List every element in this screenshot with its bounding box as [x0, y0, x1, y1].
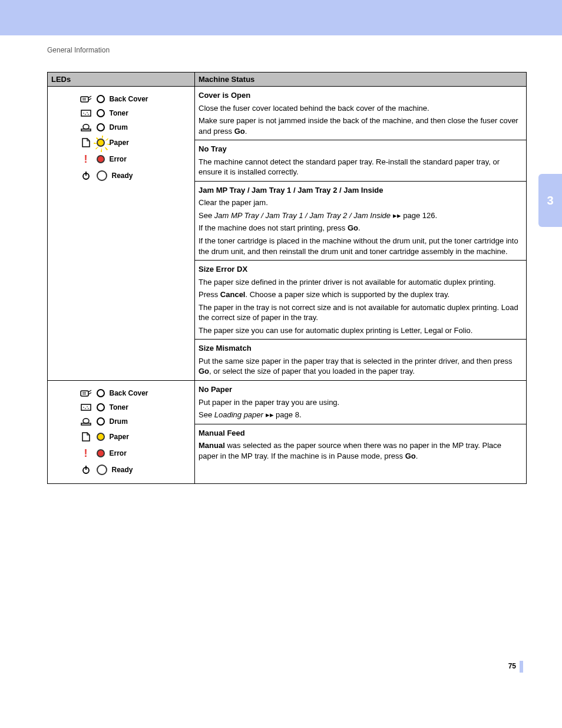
- section-header: General Information: [47, 46, 527, 54]
- led-label: Drum: [110, 124, 128, 131]
- led-label: Ready: [112, 466, 133, 474]
- led-label: Error: [110, 156, 127, 163]
- ready-icon: [80, 171, 92, 180]
- svg-point-7: [88, 114, 89, 115]
- toner-icon: [80, 403, 92, 411]
- led-paper-on: [97, 433, 105, 441]
- svg-rect-0: [81, 97, 88, 102]
- led-ready: [97, 465, 107, 475]
- paper-icon: [80, 137, 92, 148]
- led-label: Paper: [110, 139, 129, 147]
- paper-icon: [80, 431, 92, 442]
- status-size-mismatch: Size Mismatch Put the same size paper in…: [195, 339, 526, 380]
- led-label: Toner: [110, 110, 128, 117]
- back-cover-icon: [80, 95, 92, 103]
- led-back-cover: [97, 389, 105, 397]
- svg-point-18: [87, 406, 88, 407]
- led-paper-blinking: [97, 139, 105, 147]
- table-row: Back Cover Toner: [48, 381, 527, 484]
- status-manual-feed: Manual Feed Manual was selected as the p…: [195, 424, 526, 465]
- led-back-cover: [97, 95, 105, 103]
- ready-icon: [80, 465, 92, 475]
- svg-point-21: [83, 419, 89, 423]
- toner-icon: [80, 109, 92, 117]
- chapter-tab: 3: [538, 174, 562, 227]
- led-status-table: LEDs Machine Status Back Cover: [47, 72, 527, 484]
- top-bar: [0, 0, 562, 35]
- led-label: Paper: [110, 433, 129, 441]
- status-size-error-dx: Size Error DX The paper size defined in …: [195, 260, 526, 339]
- page-number: 75: [47, 661, 527, 673]
- svg-point-9: [83, 124, 89, 129]
- led-label: Error: [110, 450, 127, 457]
- svg-point-19: [88, 408, 89, 409]
- led-label: Ready: [112, 172, 133, 180]
- drum-icon: [80, 417, 92, 426]
- svg-rect-12: [81, 391, 88, 396]
- led-drum: [97, 123, 105, 131]
- svg-point-5: [85, 114, 86, 115]
- led-ready: [97, 170, 107, 181]
- table-row: Back Cover Toner: [48, 87, 527, 381]
- svg-point-6: [87, 112, 88, 113]
- led-error-on: [97, 449, 105, 457]
- status-no-paper: No Paper Put paper in the paper tray you…: [195, 381, 526, 424]
- error-icon: !: [80, 154, 92, 164]
- led-toner: [97, 109, 105, 117]
- svg-point-4: [83, 113, 84, 114]
- col-header-leds: LEDs: [48, 73, 195, 87]
- led-drum: [97, 417, 105, 426]
- svg-rect-3: [81, 110, 91, 116]
- status-cover-open: Cover is Open Close the fuser cover loca…: [195, 87, 526, 140]
- led-error-on: [97, 155, 105, 163]
- back-cover-icon: [80, 389, 92, 397]
- led-label: Drum: [110, 418, 128, 426]
- status-no-tray: No Tray The machine cannot detect the st…: [195, 140, 526, 181]
- led-label: Back Cover: [110, 390, 148, 397]
- error-icon: !: [80, 448, 92, 459]
- col-header-status: Machine Status: [195, 73, 527, 87]
- status-jam: Jam MP Tray / Jam Tray 1 / Jam Tray 2 / …: [195, 181, 526, 260]
- drum-icon: [80, 123, 92, 131]
- led-label: Toner: [110, 404, 128, 411]
- led-toner: [97, 403, 105, 411]
- svg-rect-15: [81, 404, 91, 410]
- led-label: Back Cover: [110, 95, 148, 103]
- svg-point-17: [85, 408, 86, 409]
- svg-point-16: [83, 407, 84, 408]
